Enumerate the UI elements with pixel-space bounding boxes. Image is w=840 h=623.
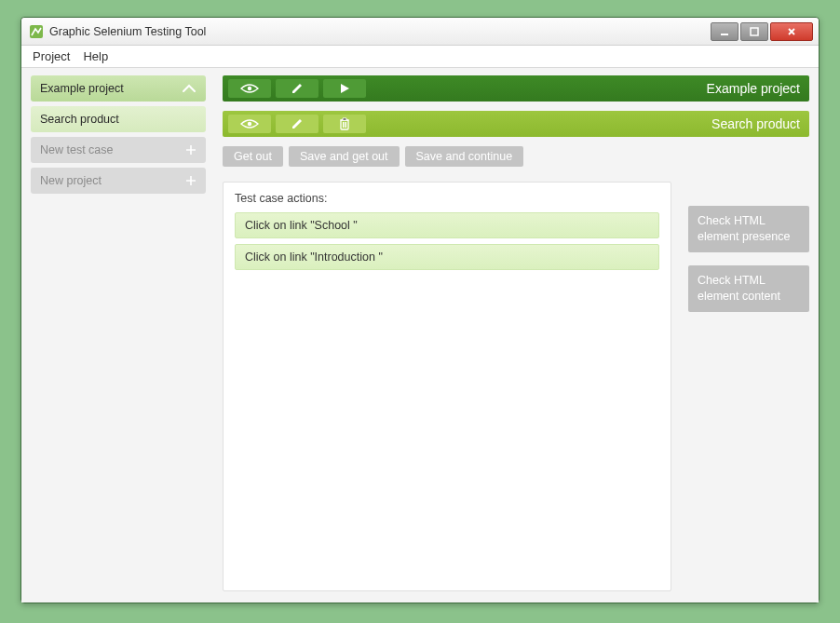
actions-panel: Test case actions: Click on link "School… — [223, 182, 671, 591]
actions-heading: Test case actions: — [235, 192, 659, 205]
menu-help[interactable]: Help — [83, 49, 108, 63]
sidebar-item-example-project[interactable]: Example project — [31, 75, 206, 102]
svg-rect-1 — [721, 34, 728, 35]
check-content-button[interactable]: Check HTML element content — [688, 265, 809, 312]
pencil-icon — [291, 82, 304, 95]
plus-icon — [185, 175, 196, 186]
maximize-button[interactable] — [740, 22, 768, 41]
window-title: Graphic Selenium Testing Tool — [49, 25, 711, 38]
sidebar-item-label: New test case — [40, 143, 114, 156]
svg-rect-2 — [751, 28, 758, 35]
delete-button[interactable] — [323, 115, 366, 133]
sidebar-item-new-test-case[interactable]: New test case — [31, 137, 206, 163]
sidebar-item-new-project[interactable]: New project — [31, 168, 206, 194]
play-icon — [339, 83, 350, 94]
get-out-button[interactable]: Get out — [223, 146, 283, 167]
project-bar-title: Example project — [707, 81, 800, 96]
sidebar-item-label: New project — [40, 174, 102, 187]
svg-point-3 — [248, 87, 251, 90]
pencil-icon — [291, 117, 304, 130]
svg-point-4 — [248, 122, 251, 126]
sidebar-item-label: Example project — [40, 82, 124, 95]
sidebar: Example project Search product New test … — [31, 75, 206, 591]
right-column: Check HTML element presence Check HTML e… — [688, 182, 809, 591]
eye-icon — [240, 83, 259, 94]
action-button-row: Get out Save and get out Save and contin… — [223, 146, 809, 167]
view-button[interactable] — [228, 115, 271, 133]
eye-icon — [240, 118, 259, 129]
app-icon — [29, 24, 44, 39]
save-and-continue-button[interactable]: Save and continue — [405, 146, 524, 167]
trash-icon — [339, 117, 350, 130]
main: Example project — [223, 75, 809, 591]
svg-rect-0 — [30, 25, 43, 38]
action-item[interactable]: Click on link "Introduction " — [235, 244, 659, 270]
menubar: Project Help — [21, 46, 819, 68]
menu-project[interactable]: Project — [33, 49, 70, 63]
chevron-up-icon — [182, 84, 196, 93]
edit-button[interactable] — [276, 115, 318, 133]
minimize-button[interactable] — [711, 22, 738, 41]
edit-button[interactable] — [276, 79, 318, 98]
content-row: Test case actions: Click on link "School… — [223, 182, 809, 591]
view-button[interactable] — [228, 79, 271, 98]
save-and-get-out-button[interactable]: Save and get out — [289, 146, 400, 167]
close-button[interactable] — [770, 22, 813, 41]
run-button[interactable] — [323, 79, 366, 98]
testcase-bar-title: Search product — [711, 116, 800, 131]
action-item[interactable]: Click on link "School " — [235, 212, 659, 238]
testcase-bar: Search product — [223, 111, 809, 137]
body: Example project Search product New test … — [21, 68, 819, 603]
check-presence-button[interactable]: Check HTML element presence — [688, 206, 809, 252]
plus-icon — [185, 144, 196, 156]
titlebar: Graphic Selenium Testing Tool — [21, 18, 819, 46]
sidebar-item-search-product[interactable]: Search product — [31, 106, 206, 132]
sidebar-item-label: Search product — [40, 113, 119, 126]
window-controls — [711, 22, 813, 41]
app-window: Graphic Selenium Testing Tool Project He… — [20, 17, 820, 603]
project-bar: Example project — [223, 75, 809, 102]
